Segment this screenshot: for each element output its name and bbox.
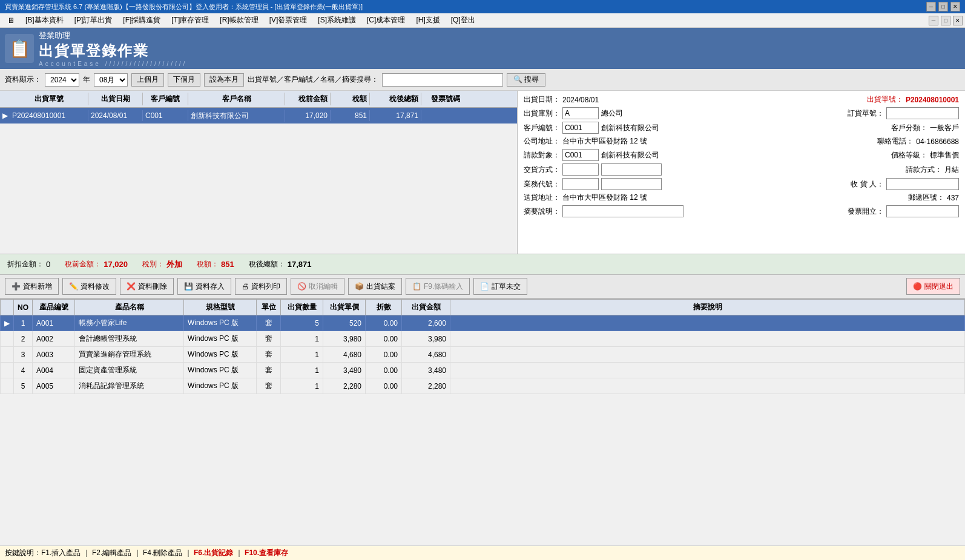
product-cell: Windows PC 版 bbox=[184, 315, 257, 331]
menu-inventory[interactable]: [T]庫存管理 bbox=[166, 14, 214, 27]
menu-icon[interactable]: 🖥 bbox=[2, 15, 19, 26]
print-button[interactable]: 🖨 資料列印 bbox=[235, 278, 287, 295]
save-button[interactable]: 💾 資料存入 bbox=[177, 278, 231, 295]
ship-close-icon: 📦 bbox=[355, 282, 364, 291]
ship-date-label: 出貨日期： bbox=[524, 94, 560, 105]
barcode-button[interactable]: 📋 F9.條碼輸入 bbox=[406, 278, 470, 295]
menu-order-export[interactable]: [P]訂單出貨 bbox=[70, 14, 117, 27]
product-cell: A003 bbox=[33, 347, 75, 363]
product-cell: 0.00 bbox=[366, 363, 402, 378]
close-app-button[interactable]: 🔴 關閉退出 bbox=[906, 278, 960, 295]
delivery-code-input[interactable] bbox=[562, 163, 599, 176]
ship-no-label: 出貨單號： bbox=[867, 94, 903, 105]
print-icon: 🖨 bbox=[242, 282, 249, 291]
form-row-3: 客戶編號： 創新科技有限公司 客戶分類： 一般客戶 bbox=[524, 122, 959, 134]
cancel-edit-button[interactable]: 🚫 取消編輯 bbox=[291, 278, 344, 295]
sub-close-btn[interactable]: ✕ bbox=[953, 16, 963, 25]
price-grade-value: 標準售價 bbox=[930, 150, 959, 160]
product-cell: 3,980 bbox=[323, 331, 366, 347]
next-month-button[interactable]: 下個月 bbox=[168, 73, 200, 87]
cust-name-value: 創新科技有限公司 bbox=[601, 123, 659, 133]
product-table-row[interactable]: ▶1A001帳務小管家LifeWindows PC 版套55200.002,60… bbox=[1, 315, 965, 331]
menu-basic-data[interactable]: [B]基本資料 bbox=[21, 14, 68, 27]
search-input[interactable] bbox=[382, 73, 503, 87]
menu-bar-1: 🖥 [B]基本資料 [P]訂單出貨 [F]採購進貨 [T]庫存管理 [R]帳款管… bbox=[0, 13, 965, 28]
col-prod-name: 產品名稱 bbox=[75, 300, 184, 315]
product-table-row[interactable]: 2A002會計總帳管理系統Windows PC 版套13,9800.003,98… bbox=[1, 331, 965, 347]
product-cell: 2 bbox=[14, 331, 33, 347]
addr-group: 公司地址： 台中市大甲區發財路 12 號 bbox=[524, 136, 647, 147]
product-table-row[interactable]: 5A005消耗品記錄管理系統Windows PC 版套12,2800.002,2… bbox=[1, 378, 965, 394]
product-cell bbox=[450, 378, 965, 394]
save-icon: 💾 bbox=[184, 282, 193, 291]
close-button[interactable]: ✕ bbox=[950, 2, 960, 12]
menu-purchase[interactable]: [F]採購進貨 bbox=[118, 14, 165, 27]
menu-support[interactable]: [H]支援 bbox=[411, 14, 444, 27]
menu-account[interactable]: [R]帳款管理 bbox=[215, 14, 263, 27]
product-cell: A004 bbox=[33, 363, 75, 378]
col-spec: 規格型號 bbox=[184, 300, 257, 315]
cust-code-input[interactable] bbox=[562, 122, 599, 134]
undelivered-button[interactable]: 📄 訂單未交 bbox=[473, 278, 527, 295]
receiver-input[interactable] bbox=[886, 178, 959, 190]
month-select[interactable]: 08月 bbox=[94, 73, 128, 87]
list-form-area: 出貨單號 出貨日期 客戶編號 客戶名稱 稅前金額 稅額 稅後總額 發票號碼 ▶ … bbox=[0, 91, 965, 254]
bill-to-code-input[interactable] bbox=[562, 149, 599, 161]
product-cell: 套 bbox=[257, 315, 281, 331]
product-table-row[interactable]: 4A004固定資產管理系統Windows PC 版套13,4800.003,48… bbox=[1, 363, 965, 378]
zip-value: 437 bbox=[947, 194, 959, 202]
prev-month-button[interactable]: 上個月 bbox=[131, 73, 164, 87]
delete-button[interactable]: ❌ 資料刪除 bbox=[120, 278, 174, 295]
product-cell: 520 bbox=[323, 315, 366, 331]
col-pointer bbox=[1, 300, 14, 315]
payment-value: 月結 bbox=[944, 165, 959, 175]
product-cell bbox=[1, 378, 14, 394]
row-total: 17,871 bbox=[370, 110, 421, 121]
product-table-row[interactable]: 3A003買賣業進銷存管理系統Windows PC 版套14,6800.004,… bbox=[1, 347, 965, 363]
close-app-icon: 🔴 bbox=[913, 282, 922, 291]
search-label: 出貨單號／客戶編號／名稱／摘要搜尋： bbox=[248, 74, 378, 85]
add-button[interactable]: ➕ 資料新增 bbox=[5, 278, 59, 295]
product-cell: A001 bbox=[33, 315, 75, 331]
form-row-9: 摘要說明： 發票開立： bbox=[524, 205, 959, 217]
list-row[interactable]: ▶ P202408010001 2024/08/01 C001 創新科技有限公司… bbox=[0, 108, 517, 124]
row-cust-name: 創新科技有限公司 bbox=[188, 110, 285, 122]
sub-restore-btn[interactable]: □ bbox=[941, 16, 950, 25]
sales-code-input[interactable] bbox=[562, 178, 599, 190]
payment-label: 請款方式： bbox=[906, 165, 942, 175]
remark-input[interactable] bbox=[562, 205, 683, 217]
edit-button[interactable]: ✏️ 資料修改 bbox=[62, 278, 116, 295]
maximize-button[interactable]: □ bbox=[938, 2, 948, 12]
sub-minimize-btn[interactable]: ─ bbox=[929, 16, 938, 25]
menu-invoice[interactable]: [V]發票管理 bbox=[265, 14, 312, 27]
status-bar: 按鍵說明：F1.插入產品 ｜ F2.編輯產品 ｜ F4.刪除產品 ｜ F6.出貨… bbox=[0, 545, 965, 560]
this-month-button[interactable]: 設為本月 bbox=[204, 73, 244, 87]
bill-to-label: 請款對象： bbox=[524, 150, 560, 160]
menu-system[interactable]: [S]系統維護 bbox=[313, 14, 361, 27]
order-no-input[interactable] bbox=[886, 107, 959, 119]
total-value: 17,871 bbox=[288, 260, 312, 269]
menu-cost[interactable]: [C]成本管理 bbox=[362, 14, 410, 27]
menu-logout[interactable]: [Q]登出 bbox=[446, 14, 480, 27]
invoice-input[interactable] bbox=[886, 205, 959, 217]
product-cell: 2,280 bbox=[323, 378, 366, 394]
product-cell: 3,480 bbox=[323, 363, 366, 378]
discount-value: 0 bbox=[46, 260, 50, 269]
ship-close-button[interactable]: 📦 出貨結案 bbox=[348, 278, 402, 295]
ship-date-value: 2024/08/01 bbox=[562, 96, 599, 104]
edit-label: 資料修改 bbox=[81, 282, 110, 292]
minimize-button[interactable]: ─ bbox=[926, 2, 936, 12]
sales-name-input[interactable] bbox=[601, 178, 662, 190]
sales-group: 業務代號： bbox=[524, 178, 662, 190]
search-button[interactable]: 🔍 搜尋 bbox=[507, 73, 545, 87]
warehouse-code-input[interactable] bbox=[562, 107, 599, 119]
status-highlight-2: F10.查看庫存 bbox=[245, 548, 288, 557]
discount-group: 折扣金額： 0 bbox=[7, 259, 50, 269]
delivery-name-input[interactable] bbox=[601, 163, 662, 176]
product-cell: 套 bbox=[257, 363, 281, 378]
action-bar: ➕ 資料新增 ✏️ 資料修改 ❌ 資料刪除 💾 資料存入 🖨 資料列印 🚫 取消… bbox=[0, 275, 965, 299]
year-select[interactable]: 2024 bbox=[45, 73, 79, 87]
product-cell: 帳務小管家Life bbox=[75, 315, 184, 331]
form-row-6: 交貨方式： 請款方式： 月結 bbox=[524, 163, 959, 176]
undelivered-icon: 📄 bbox=[480, 282, 489, 291]
